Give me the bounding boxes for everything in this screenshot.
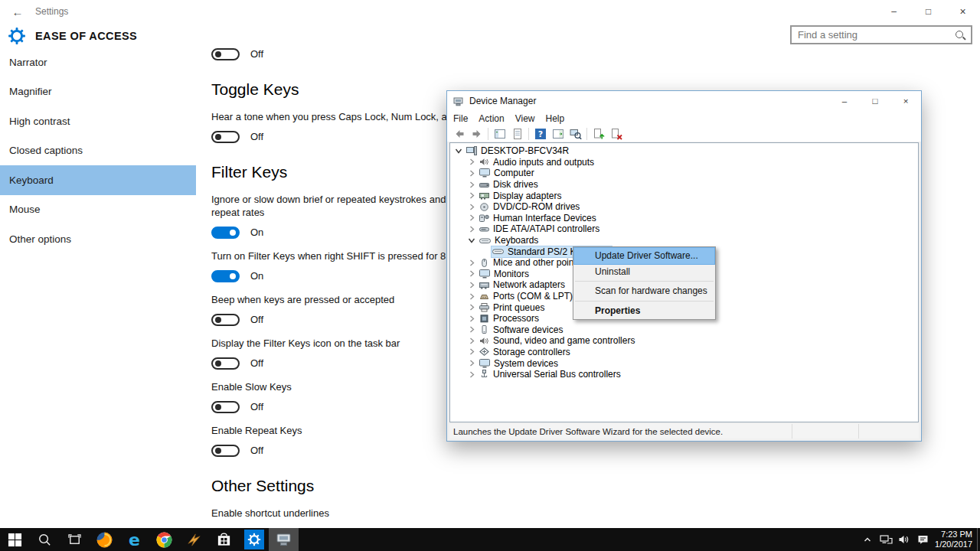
toolbar-separator xyxy=(528,128,529,140)
network-tray-icon[interactable] xyxy=(877,528,895,551)
back-arrow-icon[interactable]: ← xyxy=(0,5,35,18)
expander-expand-icon[interactable] xyxy=(468,158,475,165)
search-input[interactable] xyxy=(792,29,955,41)
sidebar-item-magnifier[interactable]: Magnifier xyxy=(0,77,196,107)
volume-icon[interactable] xyxy=(895,528,913,551)
edge-icon[interactable]: e xyxy=(119,528,149,551)
tree-item-disk-drives[interactable]: Disk drives xyxy=(450,179,918,191)
minimize-button[interactable]: – xyxy=(829,92,860,111)
task-view-icon[interactable] xyxy=(60,528,90,551)
usb-icon xyxy=(479,370,489,379)
tree-item-software-devices[interactable]: Software devices xyxy=(450,324,918,336)
store-icon[interactable] xyxy=(209,528,239,551)
expander-expand-icon[interactable] xyxy=(468,214,475,221)
sidebar-item-keyboard[interactable]: Keyboard xyxy=(0,165,196,195)
tree-item-desktop-bfcv34r[interactable]: DESKTOP-BFCV34R xyxy=(450,145,918,157)
maximize-button[interactable]: □ xyxy=(860,92,890,111)
chrome-icon[interactable] xyxy=(149,528,179,551)
toggle-switch[interactable] xyxy=(211,227,240,239)
expander-expand-icon[interactable] xyxy=(468,282,475,289)
mouse-icon xyxy=(479,259,489,267)
tree-item-label: Audio inputs and outputs xyxy=(493,157,594,168)
clock-time: 7:23 PM xyxy=(935,530,972,540)
expander-expand-icon[interactable] xyxy=(468,360,475,367)
media-app-icon[interactable] xyxy=(179,528,209,551)
maximize-button[interactable]: □ xyxy=(911,0,946,23)
tree-item-human-interface-devices[interactable]: Human Interface Devices xyxy=(450,213,918,224)
sidebar-item-high-contrast[interactable]: High contrast xyxy=(0,106,196,136)
expander-expand-icon[interactable] xyxy=(468,315,475,322)
context-menu-item-update-driver-software[interactable]: Update Driver Software... xyxy=(574,248,714,264)
expander-expand-icon[interactable] xyxy=(468,293,475,300)
start-icon[interactable] xyxy=(0,528,30,551)
toggle-switch[interactable] xyxy=(211,48,240,60)
expander-expand-icon[interactable] xyxy=(468,304,475,311)
context-menu-item-scan-for-hardware-changes[interactable]: Scan for hardware changes xyxy=(574,283,714,299)
toggle-switch[interactable] xyxy=(211,445,240,457)
tree-item-display-adapters[interactable]: Display adapters xyxy=(450,190,918,201)
expander-expand-icon[interactable] xyxy=(468,170,475,177)
menu-file[interactable]: File xyxy=(448,113,473,124)
tray-chevron-icon[interactable] xyxy=(858,528,877,551)
close-button[interactable]: × xyxy=(890,92,921,111)
search-icon[interactable] xyxy=(30,528,60,551)
properties-icon[interactable] xyxy=(508,126,526,142)
scan-hardware-icon[interactable] xyxy=(567,126,584,142)
tree-item-computer[interactable]: Computer xyxy=(450,168,918,179)
settings-app-icon[interactable] xyxy=(239,528,269,551)
expander-collapse-icon[interactable] xyxy=(455,148,462,155)
expander-expand-icon[interactable] xyxy=(468,348,475,355)
sidebar-item-closed-captions[interactable]: Closed captions xyxy=(0,136,196,166)
action-center-icon[interactable] xyxy=(913,528,932,551)
tree-item-ide-ata-atapi-controllers[interactable]: IDE ATA/ATAPI controllers xyxy=(450,223,918,235)
expander-expand-icon[interactable] xyxy=(468,192,475,199)
expander-expand-icon[interactable] xyxy=(468,270,475,277)
sidebar-item-mouse[interactable]: Mouse xyxy=(0,195,196,225)
expander-expand-icon[interactable] xyxy=(468,371,475,378)
firefox-icon[interactable] xyxy=(90,528,119,551)
toggle-switch[interactable] xyxy=(211,270,240,282)
back-icon[interactable] xyxy=(450,126,468,142)
expander-expand-icon[interactable] xyxy=(468,181,475,188)
tree-item-sound-video-and-game-controllers[interactable]: Sound, video and game controllers xyxy=(450,335,918,347)
menu-help[interactable]: Help xyxy=(541,113,570,124)
context-menu-item-uninstall[interactable]: Uninstall xyxy=(574,264,714,280)
console-tree-icon[interactable] xyxy=(491,126,508,142)
forward-icon[interactable] xyxy=(468,126,485,142)
update-driver-icon[interactable] xyxy=(590,126,607,142)
disk-icon xyxy=(479,181,489,189)
menu-action[interactable]: Action xyxy=(473,113,509,124)
action-pane-icon[interactable] xyxy=(549,126,567,142)
toggle-switch[interactable] xyxy=(211,314,240,326)
show-desktop-button[interactable] xyxy=(977,528,980,551)
minimize-button[interactable]: – xyxy=(877,0,911,23)
toggle-switch[interactable] xyxy=(211,131,240,143)
tree-item-dvd-cd-rom-drives[interactable]: DVD/CD-ROM drives xyxy=(450,201,918,213)
expander-expand-icon[interactable] xyxy=(468,326,475,333)
device-manager-icon[interactable] xyxy=(269,528,299,551)
taskbar-clock[interactable]: 7:23 PM 1/20/2017 xyxy=(935,530,972,549)
toggle-switch[interactable] xyxy=(211,401,240,413)
tree-item-system-devices[interactable]: System devices xyxy=(450,357,918,369)
close-button[interactable]: × xyxy=(946,0,980,23)
menu-view[interactable]: View xyxy=(510,113,541,124)
expander-collapse-icon[interactable] xyxy=(468,237,475,244)
sound-icon xyxy=(479,337,489,345)
sidebar-item-other-options[interactable]: Other options xyxy=(0,224,196,254)
tree-item-content: Universal Serial Bus controllers xyxy=(479,369,623,380)
search-icon[interactable] xyxy=(955,30,965,41)
toggle-state-label: Off xyxy=(250,131,263,142)
context-menu-item-properties[interactable]: Properties xyxy=(574,303,714,319)
expander-expand-icon[interactable] xyxy=(468,337,475,344)
uninstall-device-icon[interactable] xyxy=(607,126,625,142)
tree-item-keyboards[interactable]: Keyboards xyxy=(450,235,918,246)
help-icon[interactable]: ? xyxy=(531,126,549,142)
expander-expand-icon[interactable] xyxy=(468,204,475,210)
tree-item-audio-inputs-and-outputs[interactable]: Audio inputs and outputs xyxy=(450,157,918,168)
tree-item-storage-controllers[interactable]: Storage controllers xyxy=(450,347,918,358)
tree-item-universal-serial-bus-controllers[interactable]: Universal Serial Bus controllers xyxy=(450,369,918,380)
sidebar-item-narrator[interactable]: Narrator xyxy=(0,47,196,77)
expander-expand-icon[interactable] xyxy=(468,259,475,266)
expander-expand-icon[interactable] xyxy=(468,226,475,233)
toggle-switch[interactable] xyxy=(211,357,240,370)
